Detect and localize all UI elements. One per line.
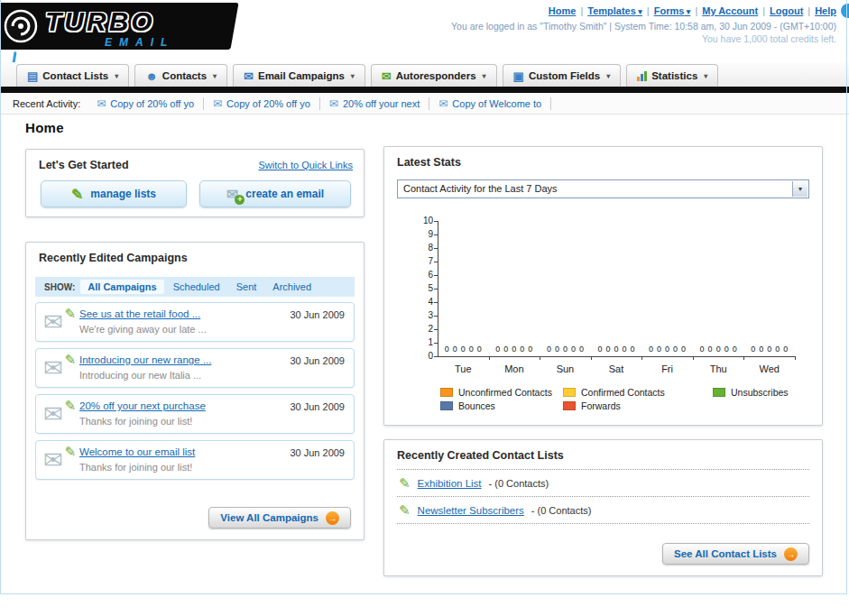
contact-list-link[interactable]: Newsletter Subscribers — [418, 505, 524, 516]
campaign-title-link[interactable]: See us at the retail food ... — [79, 308, 200, 319]
top-link-help[interactable]: Help — [815, 5, 836, 16]
tab-custom-fields[interactable]: ▣Custom Fields▾ — [503, 64, 622, 87]
campaign-date: 30 Jun 2009 — [290, 355, 345, 366]
campaign-row: ✉✎Introducing our new range ...Introduci… — [35, 348, 355, 388]
chevron-down-icon: ▾ — [684, 7, 690, 16]
bar-value-label: 0 — [614, 345, 618, 354]
logo-text-secondary: EMAIL — [105, 36, 174, 49]
campaign-row: ✉✎See us at the retail food ...We're giv… — [35, 302, 355, 342]
pencil-icon: ✎ — [64, 352, 76, 368]
stats-period-value: Contact Activity for the Last 7 Days — [403, 183, 558, 194]
corner-dot-decoration — [841, 4, 849, 18]
top-link-my-account[interactable]: My Account — [702, 5, 758, 16]
app-window: TURBO EMAIL Home|Templates ▾|Forms ▾|My … — [0, 0, 849, 616]
bar-value-label: 0 — [724, 345, 729, 354]
legend-item: Unsubscribes — [713, 387, 789, 398]
top-link-home[interactable]: Home — [549, 5, 577, 16]
statistics-icon — [637, 70, 647, 81]
envelope-icon: ✉ — [43, 354, 63, 382]
bar-value-label: 0 — [528, 345, 532, 354]
logo-inner: TURBO EMAIL — [0, 3, 235, 50]
x-axis-tick — [641, 356, 642, 360]
x-axis-tick — [693, 356, 694, 360]
envelope-plus-icon: ✉+ — [226, 186, 238, 203]
campaign-filter-sent[interactable]: Sent — [229, 280, 264, 294]
top-link-forms[interactable]: Forms ▾ — [654, 5, 691, 16]
get-started-title: Let's Get Started — [39, 159, 129, 171]
campaign-filter-archived[interactable]: Archived — [265, 280, 318, 294]
tab-label: Email Campaigns — [258, 70, 345, 81]
y-axis-tick-label: 2 — [410, 324, 433, 334]
legend-label: Unsubscribes — [731, 387, 789, 398]
recent-activity-item[interactable]: ✉Copy of 20% off yo — [88, 97, 204, 110]
email-campaigns-icon: ✉ — [244, 70, 254, 82]
turbo-email-logo: TURBO EMAIL — [0, 3, 239, 50]
contact-lists-icon: ▤ — [27, 70, 38, 82]
bar-value-label: 0 — [495, 345, 500, 354]
bar-value-label: 0 — [767, 345, 771, 354]
legend-label: Forwards — [581, 400, 621, 411]
bar-value-label: 0 — [453, 345, 457, 354]
top-link-templates[interactable]: Templates ▾ — [587, 5, 642, 16]
create-email-button-label: create an email — [245, 188, 324, 200]
legend-swatch — [440, 401, 453, 410]
bar-value-label: 0 — [759, 345, 763, 354]
legend-label: Bounces — [458, 400, 495, 411]
recent-activity-item[interactable]: ✉20% off your next — [320, 97, 429, 110]
separator: | — [580, 5, 583, 16]
bar-value-label: 0 — [563, 345, 568, 354]
autoresponders-icon: ✉ — [382, 70, 392, 82]
top-link-logout[interactable]: Logout — [770, 5, 803, 16]
stats-period-select[interactable]: Contact Activity for the Last 7 Days ▼ — [397, 179, 809, 198]
contacts-icon: ☻ — [145, 70, 158, 82]
x-axis-label: Tue — [455, 363, 472, 374]
campaign-subtitle: Thanks for joining our list! — [79, 462, 192, 473]
tab-statistics[interactable]: Statistics▾ — [626, 64, 718, 87]
main-content: Home Let's Get Started Switch to Quick L… — [0, 115, 849, 595]
switch-quick-links-link[interactable]: Switch to Quick Links — [258, 160, 353, 170]
campaign-subtitle: Introducing our new Italia ... — [79, 370, 201, 381]
view-all-campaigns-button[interactable]: View All Campaigns → — [208, 507, 351, 529]
pencil-icon: ✎ — [64, 398, 76, 414]
y-axis-tick-label: 4 — [410, 297, 433, 307]
bar-value-label: 0 — [751, 345, 755, 354]
recent-activity-item[interactable]: ✉Copy of Welcome to — [429, 97, 551, 110]
bar-value-label: 0 — [649, 345, 653, 354]
campaign-date: 30 Jun 2009 — [290, 447, 345, 458]
campaign-title-link[interactable]: 20% off your next purchase — [79, 400, 206, 411]
x-axis-tick — [795, 356, 796, 360]
tab-contacts[interactable]: ☻Contacts▾ — [134, 64, 227, 87]
campaign-filter-scheduled[interactable]: Scheduled — [166, 280, 227, 294]
x-axis-line — [438, 356, 796, 357]
tab-autoresponders[interactable]: ✉Autoresponders▾ — [371, 64, 497, 87]
bar-value-label: 0 — [597, 345, 602, 354]
bar-value-labels: 00000 — [700, 345, 737, 354]
campaign-title-link[interactable]: Introducing our new range ... — [79, 354, 211, 365]
create-email-button[interactable]: ✉+ create an email — [199, 180, 351, 207]
campaign-filter-all-campaigns[interactable]: All Campaigns — [80, 280, 163, 294]
show-label: SHOW: — [44, 282, 75, 292]
tab-label: Autoresponders — [396, 70, 476, 81]
y-axis-tick-label: 5 — [410, 283, 433, 293]
recent-activity-item[interactable]: ✉Copy of 20% off yo — [204, 97, 320, 110]
tab-email-campaigns[interactable]: ✉Email Campaigns▾ — [233, 64, 365, 87]
recent-activity-items: ✉Copy of 20% off yo✉Copy of 20% off yo✉2… — [88, 97, 551, 110]
chevron-down-icon: ▾ — [115, 72, 118, 80]
contact-list-link[interactable]: Exhibition List — [418, 478, 482, 489]
bar-value-label: 0 — [623, 345, 627, 354]
separator: | — [695, 5, 697, 16]
bar-value-label: 0 — [571, 345, 576, 354]
tab-contact-lists[interactable]: ▤Contact Lists▾ — [16, 64, 129, 87]
recent-activity-item-label: 20% off your next — [343, 98, 420, 109]
arrow-right-icon: → — [784, 547, 798, 561]
manage-lists-button[interactable]: ✎ manage lists — [41, 180, 187, 207]
campaign-date: 30 Jun 2009 — [290, 309, 345, 320]
campaign-title-link[interactable]: Welcome to our email list — [79, 446, 195, 457]
see-all-contact-lists-button[interactable]: See All Contact Lists → — [662, 543, 809, 565]
campaigns-panel-title: Recently Edited Campaigns — [39, 252, 188, 264]
page-title: Home — [25, 120, 64, 135]
latest-stats-title: Latest Stats — [397, 156, 461, 169]
chevron-down-icon: ▾ — [636, 7, 642, 16]
x-axis-tick — [489, 356, 490, 360]
pencil-icon: ✎ — [64, 306, 76, 322]
